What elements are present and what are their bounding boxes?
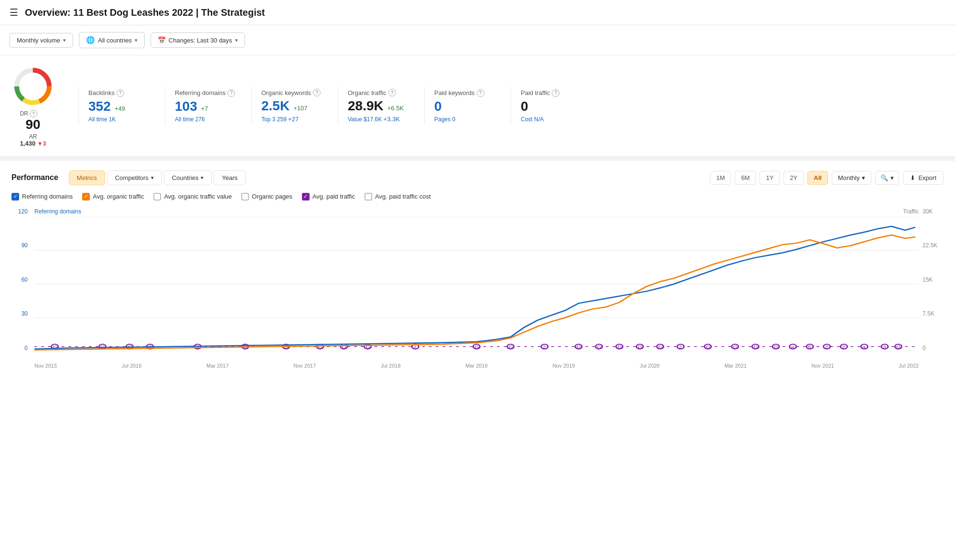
pt-value: 0 [521,99,528,114]
menu-icon[interactable]: ☰ [10,7,18,18]
monthly-volume-dropdown[interactable]: Monthly volume ▾ [10,33,73,48]
svg-text:a: a [862,345,866,349]
checkbox-avg-organic-traffic-value[interactable] [153,193,161,201]
y-7-5k: 7.5K [923,310,934,317]
y-90: 90 [21,242,28,249]
x-jul-2020: Jul 2020 [640,363,660,369]
chart-svg: G G G G 2 G G G G G 2 [34,217,919,351]
legend-avg-paid-traffic-cost[interactable]: Avg. paid traffic cost [365,193,431,201]
organic-traffic-stat: Organic traffic ? 28.9K +6.5K Value $17.… [348,89,415,123]
referring-domains-stat: Referring domains ? 103 +7 All time 276 [175,89,242,123]
chart-left-axis-label: Referring domains [34,208,81,215]
all-countries-dropdown[interactable]: 🌐 All countries ▾ [79,32,145,48]
time-1y[interactable]: 1Y [760,171,780,185]
y-axis-right: 30K 22.5K 15K 7.5K 0 [920,208,944,351]
rd-question-icon[interactable]: ? [227,89,235,97]
monthly-dropdown[interactable]: Monthly ▾ [832,171,872,185]
pk-question-icon[interactable]: ? [477,89,484,97]
all-countries-label: All countries [98,37,132,44]
legend-organic-pages[interactable]: Organic pages [241,193,292,201]
perf-header: Performance Metrics Competitors ▾ Countr… [11,170,944,185]
checkbox-avg-organic-traffic[interactable]: ✓ [82,193,90,201]
checkbox-organic-pages[interactable] [241,193,249,201]
time-2y[interactable]: 2Y [783,171,804,185]
time-6m[interactable]: 6M [735,171,756,185]
svg-text:G: G [753,345,758,349]
backlinks-value: 352 [88,99,111,114]
dr-question-icon[interactable]: ? [30,110,37,117]
y-60: 60 [21,276,28,283]
rd-change: +7 [201,105,208,112]
ot-value: 28.9K [348,98,384,114]
tab-metrics[interactable]: Metrics [69,170,105,185]
legend-avg-paid-traffic[interactable]: ✓ Avg. paid traffic [302,193,355,201]
tab-competitors[interactable]: Competitors ▾ [107,170,162,185]
paid-keywords-stat: Paid keywords ? 0 Pages 0 [434,89,501,123]
globe-icon: 🌐 [86,36,95,44]
paid-traffic-stat: Paid traffic ? 0 Cost N/A [521,89,588,123]
countries-arrow: ▾ [201,175,204,181]
y-30: 30 [21,310,28,317]
backlinks-change: +49 [115,105,125,112]
svg-text:G: G [733,345,738,349]
backlinks-sub: All time 1K [88,116,155,123]
perf-controls: 1M 6M 1Y 2Y All Monthly ▾ 🔍 ▾ ⬇ Export [710,171,944,185]
svg-text:G: G [706,345,710,349]
checkbox-avg-paid-traffic-cost[interactable] [365,193,372,201]
page-title: Overview: 11 Best Dog Leashes 2022 | The… [25,7,265,18]
chart-legend: ✓ Referring domains ✓ Avg. organic traff… [11,193,944,201]
performance-section: Performance Metrics Competitors ▾ Countr… [0,161,955,380]
ot-sub: Value $17.6K +3.3K [348,116,415,123]
performance-title: Performance [11,173,58,182]
ok-top3-change: +27 [288,116,299,123]
ok-sub: Top 3 259 +27 [261,116,328,123]
x-axis: Nov 2015 Jul 2016 Mar 2017 Nov 2017 Jul … [34,351,919,370]
time-all[interactable]: All [807,171,828,185]
x-mar-2019: Mar 2019 [465,363,487,369]
svg-text:2: 2 [543,345,546,349]
svg-text:G: G [597,345,602,349]
ok-question-icon[interactable]: ? [313,89,321,96]
svg-text:G: G [658,345,663,349]
tab-countries[interactable]: Countries ▾ [164,170,212,185]
monthly-arrow: ▾ [862,174,865,181]
dr-value: 90 [20,117,46,132]
dr-container: DR ? 90 AR 1,430 ▼3 [11,65,54,147]
rd-value: 103 [175,99,197,114]
y-120: 120 [18,208,28,215]
svg-text:2: 2 [195,345,199,349]
changes-dropdown[interactable]: 📅 Changes: Last 30 days ▾ [150,32,245,48]
svg-text:G: G [638,345,643,349]
rd-sub: All time 276 [175,116,242,123]
x-jul-2018: Jul 2018 [381,363,401,369]
legend-avg-organic-traffic-value[interactable]: Avg. organic traffic value [153,193,232,201]
legend-referring-domains[interactable]: ✓ Referring domains [11,193,73,201]
svg-text:2: 2 [678,345,682,349]
svg-text:G: G [474,345,479,349]
time-1m[interactable]: 1M [710,171,731,185]
chart-area: Referring domains Traffic 120 90 60 30 0… [11,208,944,370]
dropdown-arrow-3: ▾ [235,37,238,43]
legend-avg-organic-traffic[interactable]: ✓ Avg. organic traffic [82,193,144,201]
checkbox-referring-domains[interactable]: ✓ [11,193,19,201]
y-0: 0 [24,345,28,351]
backlinks-stat: Backlinks ? 352 +49 All time 1K [88,89,155,123]
y-30k: 30K [923,208,933,215]
backlinks-question-icon[interactable]: ? [117,89,124,97]
tab-years[interactable]: Years [214,170,246,185]
svg-text:2: 2 [413,345,417,349]
ok-change: +107 [293,105,307,112]
search-button[interactable]: 🔍 ▾ [875,171,899,185]
competitors-arrow: ▾ [151,175,154,181]
export-button[interactable]: ⬇ Export [903,171,944,185]
svg-text:G: G [774,345,779,349]
dropdown-arrow-2: ▾ [135,37,138,43]
changes-label: Changes: Last 30 days [169,37,232,44]
svg-text:5: 5 [808,345,811,349]
pt-question-icon[interactable]: ? [552,89,559,97]
ot-value-change: +3.3K [384,116,400,123]
checkbox-avg-paid-traffic[interactable]: ✓ [302,193,310,201]
ok-value: 2.5K [261,98,290,114]
calendar-icon: 📅 [158,36,166,44]
ot-question-icon[interactable]: ? [388,89,396,96]
